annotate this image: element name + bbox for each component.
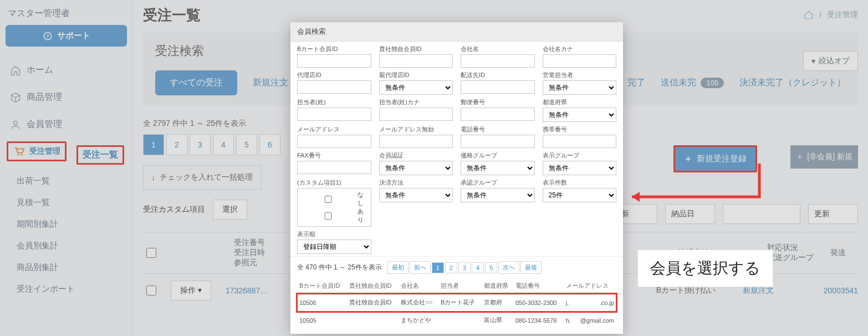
member-row[interactable]: 10505 まちかどや 富山県 080-1234-5678 h. @gmail.… — [297, 312, 616, 329]
arrow-down-icon: ↓ — [151, 173, 155, 182]
page-2[interactable]: 2 — [166, 134, 187, 155]
pay-method-select[interactable]: 無条件 — [379, 188, 453, 202]
page-3[interactable]: 3 — [190, 134, 211, 155]
row-checkbox[interactable] — [146, 286, 156, 296]
company-input[interactable] — [461, 54, 535, 68]
update-button-2[interactable]: 更新 — [808, 204, 858, 224]
pager-first[interactable]: 最初 — [387, 261, 409, 274]
custom1-yes-checkbox[interactable] — [301, 212, 355, 220]
svg-point-3 — [18, 154, 19, 156]
fax-input[interactable] — [297, 161, 371, 174]
custom-field-label: 受注カスタム項目 — [143, 205, 205, 215]
nav-member[interactable]: 会員管理 — [6, 111, 127, 138]
pref-select[interactable]: 無条件 — [543, 108, 617, 122]
postal-input[interactable] — [461, 108, 535, 121]
tab-pay-incomplete[interactable]: 決済未完了（クレジット） — [739, 77, 846, 89]
help-icon: ? — [43, 31, 53, 41]
subnav-order-list[interactable]: 受注一覧 — [76, 145, 124, 165]
pager-1[interactable]: 1 — [432, 262, 444, 273]
ext-id-input[interactable] — [379, 54, 453, 68]
cart-icon — [13, 145, 25, 157]
pager-4[interactable]: 4 — [472, 262, 484, 273]
agency-id-input[interactable] — [297, 80, 371, 94]
new-order-button[interactable]: ＋ 新規受注登録 — [673, 145, 757, 172]
rep-last-kana-input[interactable] — [379, 108, 453, 121]
tab-new[interactable]: 新規注文 — [253, 77, 288, 89]
plus-icon: ＋ — [684, 154, 692, 164]
user-icon — [10, 119, 21, 130]
subnav-ship-list[interactable]: 出荷一覧 — [10, 170, 127, 192]
pager-next[interactable]: 次へ — [498, 261, 519, 274]
row-order-no[interactable]: 17326887… — [226, 286, 292, 295]
company-kana-input[interactable] — [543, 54, 617, 68]
email-invalid-input[interactable] — [379, 135, 453, 148]
approval-group-select[interactable]: 無条件 — [461, 188, 535, 202]
pager-2[interactable]: 2 — [445, 262, 457, 273]
subnav-member-agg[interactable]: 会員別集計 — [10, 235, 127, 257]
pager-prev[interactable]: 前へ — [410, 261, 431, 274]
admin-title: マスター管理者 — [6, 4, 127, 25]
sidebar: マスター管理者 ? サポート ホーム 商品管理 会員管理 受注管理 — [0, 0, 133, 336]
page-1[interactable]: 1 — [143, 134, 164, 155]
price-group-select[interactable]: 無条件 — [461, 161, 535, 175]
page-6[interactable]: 6 — [259, 134, 280, 155]
sales-rep-select[interactable]: 無条件 — [543, 80, 617, 95]
th-status: 対応状況 配送グループ — [767, 243, 814, 263]
select-all-checkbox[interactable] — [146, 248, 156, 258]
breadcrumb: / 受注管理 — [804, 10, 858, 20]
page-5[interactable]: 5 — [236, 134, 257, 155]
subnav-order-import[interactable]: 受注インポート — [10, 278, 127, 300]
tab-all[interactable]: すべての受注 — [155, 70, 237, 95]
parent-agency-select[interactable]: 無条件 — [379, 80, 453, 95]
display-group-select[interactable]: 無条件 — [543, 161, 617, 175]
nav-product[interactable]: 商品管理 — [6, 84, 127, 111]
pager-5[interactable]: 5 — [485, 262, 497, 273]
support-label: サポート — [57, 30, 90, 41]
annotation-label: 会員を選択する — [637, 250, 773, 287]
nav-order[interactable]: 受注管理 — [7, 141, 67, 161]
th-order-no: 受注番号 受注日時 参照元 — [234, 238, 265, 268]
subnav-period-agg[interactable]: 期間別集計 — [10, 213, 127, 235]
rep-last-input[interactable] — [297, 108, 371, 121]
pager-last[interactable]: 最後 — [520, 261, 542, 274]
breadcrumb-current: 受注管理 — [827, 10, 858, 20]
bulk-action-button[interactable]: ↓ チェックを入れて一括処理 — [143, 165, 261, 190]
row-operate[interactable]: 操作 ▾ — [171, 281, 211, 301]
shipto-id-input[interactable] — [461, 80, 535, 94]
nav-home[interactable]: ホーム — [6, 57, 127, 84]
mobile-input[interactable] — [543, 135, 617, 148]
modal-result-count: 全 470 件中 1 ～ 25件を表示 — [297, 263, 382, 272]
home-icon — [10, 65, 21, 76]
page-size-select[interactable]: 25件 — [543, 188, 617, 202]
sort-select[interactable]: 登録日降順 — [297, 240, 371, 254]
nonmember-order-button[interactable]: ＋ [非会員] 新規 — [790, 145, 858, 169]
unsent-badge: 105 — [701, 78, 724, 88]
pager-3[interactable]: 3 — [458, 262, 471, 273]
modal-title: 会員検索 — [290, 22, 623, 42]
modal-pager: 最初 前へ 1 2 3 4 5 次へ 最後 — [387, 261, 542, 274]
svg-text:?: ? — [46, 33, 49, 39]
support-button[interactable]: ? サポート — [6, 25, 127, 47]
member-result-table: Bカート会員ID 貴社独自会員ID 会社名 担当者 都道府県 電話番号 メールア… — [297, 278, 616, 329]
auth-select[interactable]: 無条件 — [379, 161, 453, 175]
filter-options-button[interactable]: ▾ 絞込オプ — [803, 51, 858, 71]
delivery-date-input[interactable] — [723, 204, 800, 224]
svg-point-4 — [21, 154, 23, 156]
tab-unsent[interactable]: 送信未完 105 — [661, 77, 724, 89]
home-icon[interactable] — [804, 10, 814, 20]
row-ship-no[interactable]: 20003541 — [824, 286, 858, 295]
cube-icon — [10, 92, 21, 103]
tab-done[interactable]: 完了 — [627, 77, 645, 89]
th-ship: 発送 — [830, 248, 858, 258]
subnav-quote-list[interactable]: 見積一覧 — [10, 192, 127, 213]
email-input[interactable] — [297, 135, 371, 148]
custom-field-select[interactable]: 選択 — [213, 200, 247, 220]
plus-icon: ＋ — [796, 152, 804, 162]
member-row[interactable]: 10506 貴社独自会員ID 株式会社○○ Bカート花子 京都府 050-303… — [297, 294, 616, 312]
custom1-none-checkbox[interactable] — [301, 196, 355, 203]
tel-input[interactable] — [461, 135, 535, 148]
chevron-down-icon: ▾ — [811, 57, 815, 65]
bcart-id-input[interactable] — [297, 54, 371, 68]
subnav-product-agg[interactable]: 商品別集計 — [10, 257, 127, 278]
page-4[interactable]: 4 — [213, 134, 234, 155]
